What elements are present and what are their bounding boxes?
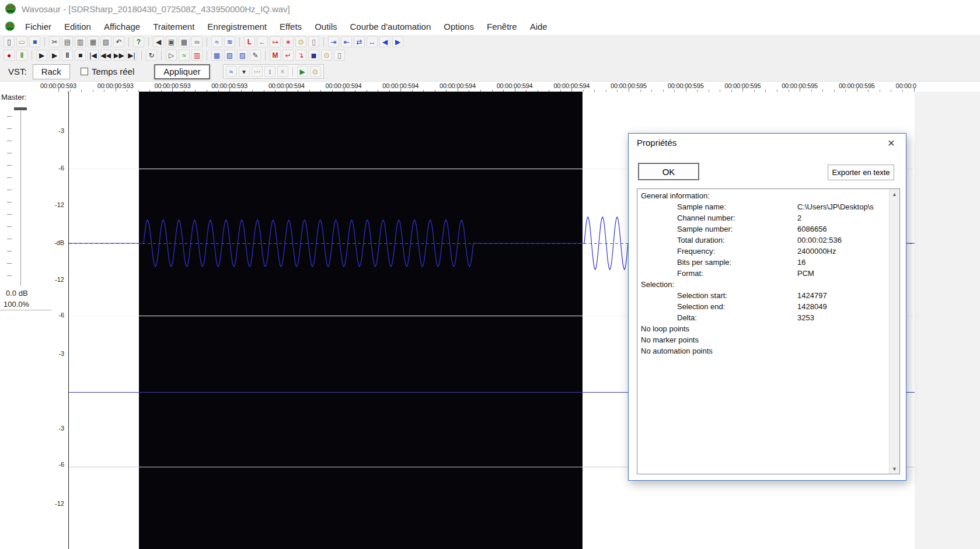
db-scale-label: -6 xyxy=(58,165,64,172)
toolbar-transport: ●‖▶▶‖■|◀◀◀▶▶▶|↻▷≈▥▦▧▨✎M↵↴◼⊙▯ xyxy=(0,48,980,62)
error-log-icon[interactable]: ▥ xyxy=(191,50,203,61)
silence-icon[interactable]: ▦ xyxy=(211,50,222,61)
db-scale-label: -3 xyxy=(58,425,64,432)
zoom-out-h-icon[interactable]: ⇤ xyxy=(341,36,352,47)
record-settings-icon[interactable]: ▩ xyxy=(179,36,190,47)
delete-icon[interactable]: ▯ xyxy=(308,36,319,47)
property-label: Frequency: xyxy=(637,247,715,256)
snap-icon[interactable]: ∗ xyxy=(283,36,294,47)
menu-item-enregistrement[interactable]: Enregistrement xyxy=(201,19,273,34)
rewind-icon[interactable]: ◀◀ xyxy=(100,50,111,61)
link-icon[interactable]: ∞ xyxy=(191,36,203,47)
db-scale-label: -12 xyxy=(55,276,64,283)
dialog-title-bar[interactable]: Propriétés × xyxy=(629,134,906,152)
help-icon[interactable]: ? xyxy=(133,36,144,47)
save-file-icon[interactable]: ■ xyxy=(29,36,40,47)
loop-start-icon[interactable]: L xyxy=(244,36,255,47)
stop-icon[interactable]: ■ xyxy=(75,50,86,61)
menu-item-outils[interactable]: Outils xyxy=(308,19,343,34)
delete2-icon[interactable]: ▯ xyxy=(334,50,345,61)
cursor-left-icon[interactable]: ← xyxy=(257,36,268,47)
apply-button[interactable]: Appliquer xyxy=(154,64,210,79)
play-cursor-icon[interactable]: ▶ xyxy=(36,50,47,61)
dialog-title: Propriétés xyxy=(637,138,676,148)
menu-item-options[interactable]: Options xyxy=(437,19,480,34)
rack-button[interactable]: Rack xyxy=(33,64,70,79)
loop-icon[interactable]: ↻ xyxy=(146,50,157,61)
new-file-icon[interactable]: ▯ xyxy=(4,36,15,47)
undo-icon[interactable]: ↶ xyxy=(113,36,124,47)
master-slider-thumb[interactable] xyxy=(14,107,27,110)
paste-mix-icon[interactable]: ▧ xyxy=(100,36,111,47)
cut-icon[interactable]: ✂ xyxy=(49,36,60,47)
zoom-all-icon[interactable]: ↔ xyxy=(367,36,378,47)
invert-icon[interactable]: ▨ xyxy=(237,50,248,61)
export-text-button[interactable]: Exporter en texte xyxy=(828,165,894,180)
timeline-ruler[interactable]: 00:00:00:59300:00:00:59300:00:00:59300:0… xyxy=(0,82,916,92)
record-icon[interactable]: ● xyxy=(4,50,15,61)
marker-drop-right-icon[interactable]: ↴ xyxy=(295,50,306,61)
zoom-selection-icon[interactable]: ⇄ xyxy=(354,36,365,47)
marker-icon[interactable]: M xyxy=(270,50,281,61)
record-pause-icon[interactable]: ‖ xyxy=(16,50,27,61)
automation-curve-icon[interactable]: ≈ xyxy=(226,66,237,77)
pencil-icon[interactable]: ✎ xyxy=(250,50,261,61)
marker-drop-left-icon[interactable]: ↵ xyxy=(283,50,294,61)
master-tick xyxy=(7,116,12,117)
dialog-scrollbar[interactable]: ▲ ▼ xyxy=(889,189,899,474)
zoom-wave-in-icon[interactable]: ≈ xyxy=(211,36,222,47)
audio-device-icon[interactable]: ▣ xyxy=(166,36,177,47)
properties-dialog: Propriétés × OK Exporter en texte Genera… xyxy=(628,133,906,481)
menu-item-effets[interactable]: Effets xyxy=(273,19,308,34)
menu-item-affichage[interactable]: Affichage xyxy=(97,19,147,34)
zoom-in-h-icon[interactable]: ⇥ xyxy=(328,36,339,47)
vst-play-icon[interactable]: ▶ xyxy=(297,66,308,77)
menu-item-traitement[interactable]: Traitement xyxy=(147,19,201,34)
volume-icon[interactable]: ◀ xyxy=(153,36,164,47)
property-value: 6086656 xyxy=(797,225,827,233)
menu-item-aide[interactable]: Aide xyxy=(524,19,554,34)
properties-row: Frequency:2400000Hz xyxy=(637,247,899,258)
lock2-icon[interactable]: ⊙ xyxy=(321,50,332,61)
db-scale-label: -6 xyxy=(58,461,64,468)
more-icon[interactable]: ⋯ xyxy=(252,66,263,77)
resize-icon[interactable]: ↕ xyxy=(264,66,275,77)
zoom-wave-out-icon[interactable]: ≋ xyxy=(224,36,235,47)
document-system-menu-icon[interactable] xyxy=(5,21,15,32)
close-icon[interactable]: × xyxy=(884,135,899,151)
goto-end-icon[interactable]: ▶| xyxy=(126,50,137,61)
view-prev-icon[interactable]: ◀ xyxy=(379,36,390,47)
properties-row: Total duration:00:00:02:536 xyxy=(637,236,899,247)
scroll-up-icon[interactable]: ▲ xyxy=(890,189,899,199)
menu-item-fichier[interactable]: Fichier xyxy=(19,19,58,34)
toolbar-separator xyxy=(32,51,32,60)
play-file-icon[interactable]: ▷ xyxy=(166,50,177,61)
property-label: Selection end: xyxy=(637,302,725,311)
cursor-right-icon[interactable]: ↦ xyxy=(270,36,281,47)
workspace-background xyxy=(915,92,980,549)
play-icon[interactable]: ▶ xyxy=(49,50,60,61)
pause-icon[interactable]: ‖ xyxy=(62,50,73,61)
dropdown-icon[interactable]: ▾ xyxy=(239,66,250,77)
menu-item-edition[interactable]: Edition xyxy=(58,19,97,34)
close-vst-icon[interactable]: × xyxy=(277,66,288,77)
scroll-down-icon[interactable]: ▼ xyxy=(890,464,899,474)
paste-insert-icon[interactable]: ▦ xyxy=(88,36,99,47)
menu-item-fen-tre[interactable]: Fenêtre xyxy=(480,19,524,34)
lock-icon[interactable]: ⊙ xyxy=(295,36,306,47)
copy-icon[interactable]: ▤ xyxy=(62,36,73,47)
paste-icon[interactable]: ▥ xyxy=(75,36,86,47)
realtime-checkbox[interactable] xyxy=(81,68,88,75)
goto-start-icon[interactable]: |◀ xyxy=(88,50,99,61)
ok-button[interactable]: OK xyxy=(638,163,699,180)
channels-icon[interactable]: ◼ xyxy=(308,50,319,61)
forward-icon[interactable]: ▶▶ xyxy=(113,50,124,61)
properties-row: Selection end:1428049 xyxy=(637,302,899,313)
resample-icon[interactable]: ▧ xyxy=(224,50,235,61)
vst-lock-icon[interactable]: ⊙ xyxy=(310,66,321,77)
statistics-icon[interactable]: ≈ xyxy=(179,50,190,61)
view-next-icon[interactable]: ▶ xyxy=(392,36,403,47)
menu-item-courbe-d-automation[interactable]: Courbe d'automation xyxy=(343,19,437,34)
open-file-icon[interactable]: ▭ xyxy=(16,36,27,47)
master-slider-track[interactable] xyxy=(20,111,21,286)
